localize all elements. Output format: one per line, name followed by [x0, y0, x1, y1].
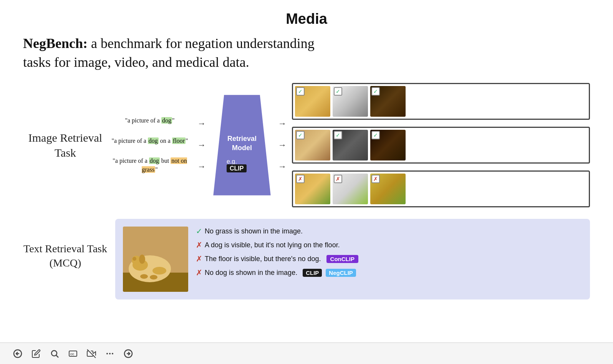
image-retrieval-diagram: Image Retrieval Task "a picture of a dog…	[23, 83, 590, 207]
search-button[interactable]	[48, 347, 61, 360]
model-label-line2: Model	[227, 144, 257, 152]
answer-text-3: The floor is visible, but there's no dog…	[205, 255, 321, 263]
answer-text-2: A dog is visible, but it's not lying on …	[205, 241, 340, 249]
arrow-3: →	[197, 162, 206, 172]
forward-arrow-icon	[124, 349, 133, 358]
svg-point-6	[133, 257, 136, 261]
highlight-floor: floor	[172, 137, 186, 144]
svg-point-10	[150, 275, 157, 280]
arrow-out-1: →	[278, 119, 287, 129]
search-icon	[50, 349, 59, 358]
text-retrieval-section: Text Retrieval Task (MCQ)	[23, 219, 590, 323]
svg-point-7	[139, 255, 145, 264]
image-row-1: ✓ ✓ ✓	[292, 83, 590, 120]
check-1-2: ✓	[334, 87, 342, 96]
img-cell-1-3: ✓	[370, 86, 406, 117]
page-container: Media NegBench: a benchmark for negation…	[0, 0, 613, 323]
cc-icon: CC	[68, 349, 78, 358]
img-cell-2-3: ✓	[370, 130, 406, 160]
img-cell-3-3: ✗	[370, 174, 406, 204]
highlight-dog-1: dog	[161, 117, 172, 124]
check-1-3: ✓	[371, 87, 380, 96]
text-retrieval-label-text: Text Retrieval Task (MCQ)	[23, 243, 107, 268]
cc-button[interactable]: CC	[67, 347, 79, 360]
image-row-2: ✓ ✓ ✓	[292, 127, 590, 164]
eg-text: e.g.	[227, 158, 237, 165]
check-2-3: ✓	[371, 131, 380, 139]
arrows-out: → → →	[273, 119, 292, 172]
img-cell-2-1: ✓	[295, 130, 330, 160]
clip-label-container: e.g. CLIP	[227, 158, 257, 172]
query-1: "a picture of a dog"	[108, 116, 192, 125]
answer-text-1: No grass is shown in the image.	[205, 227, 303, 235]
query-2: "a picture of a dog on a floor"	[108, 137, 192, 145]
svg-point-20	[112, 353, 113, 354]
svg-point-13	[51, 351, 57, 356]
pencil-button[interactable]	[30, 347, 42, 360]
clip-badge-mcq: CLIP	[303, 269, 322, 277]
model-label-line1: Retrieval	[227, 134, 257, 143]
headline: NegBench: a benchmark for negation under…	[23, 34, 323, 71]
img-cell-2-2: ✓	[333, 130, 368, 160]
arrow-2: →	[197, 140, 206, 150]
bottom-toolbar: CC	[0, 342, 613, 364]
img-cell-1-1: ✓	[295, 86, 330, 117]
highlight-not-grass: not on grass	[142, 157, 187, 172]
image-retrieval-label: Image Retrieval Task	[23, 130, 108, 160]
clip-badge: CLIP	[227, 164, 247, 172]
svg-point-9	[140, 274, 148, 279]
svg-text:CC: CC	[70, 353, 74, 356]
img-cell-1-2: ✓	[333, 86, 368, 117]
back-arrow-button[interactable]	[12, 347, 24, 360]
retrieval-model: Retrieval Model e.g. CLIP	[211, 91, 273, 199]
mark-4: ✗	[196, 268, 202, 277]
more-options-button[interactable]	[104, 347, 116, 360]
negclip-badge: NegCLIP	[326, 269, 356, 277]
mcq-answer-3: ✗ The floor is visible, but there's no d…	[196, 254, 582, 263]
mcq-box: ✓ No grass is shown in the image. ✗ A do…	[115, 219, 590, 299]
svg-point-8	[152, 267, 166, 275]
mcq-image	[123, 227, 188, 292]
check-3-2: ✗	[334, 175, 342, 183]
page-title: Media	[0, 0, 613, 34]
arrow-out-2: →	[278, 140, 287, 150]
camera-button[interactable]	[85, 347, 98, 360]
pencil-icon	[31, 349, 41, 358]
mark-2: ✗	[196, 240, 202, 250]
mark-3: ✗	[196, 254, 202, 263]
answer-text-4: No dog is shown in the image.	[205, 269, 297, 277]
headline-bold: NegBench:	[23, 36, 88, 51]
more-options-icon	[105, 349, 114, 358]
back-arrow-icon	[13, 349, 22, 358]
mcq-answer-1: ✓ No grass is shown in the image.	[196, 227, 582, 236]
check-3-1: ✗	[296, 175, 305, 183]
check-3-3: ✗	[371, 175, 380, 183]
highlight-dog-3: dog	[149, 157, 160, 164]
highlight-dog-2: dog	[148, 137, 159, 144]
camera-off-icon	[87, 349, 96, 358]
main-content: NegBench: a benchmark for negation under…	[0, 34, 613, 323]
query-3: "a picture of a dog but not on grass"	[108, 157, 192, 174]
arrow-1: →	[197, 119, 206, 129]
mcq-answer-2: ✗ A dog is visible, but it's not lying o…	[196, 240, 582, 250]
svg-line-14	[56, 355, 59, 357]
forward-arrow-button[interactable]	[122, 347, 134, 360]
mark-1: ✓	[196, 227, 202, 236]
arrow-out-3: →	[278, 162, 287, 172]
check-2-2: ✓	[334, 131, 342, 139]
queries-column: "a picture of a dog" "a picture of a dog…	[108, 116, 192, 174]
img-cell-3-2: ✗	[333, 174, 368, 204]
image-grids: ✓ ✓ ✓ ✓ ✓	[292, 83, 590, 207]
svg-point-18	[106, 353, 108, 354]
conclip-badge: ConCLIP	[326, 255, 358, 263]
arrows-in: → → →	[192, 119, 211, 172]
model-label: Retrieval Model	[227, 134, 257, 152]
check-1-1: ✓	[296, 87, 305, 96]
img-cell-3-1: ✗	[295, 174, 330, 204]
svg-point-19	[109, 353, 111, 354]
mcq-answer-4: ✗ No dog is shown in the image. CLIP Neg…	[196, 268, 582, 277]
mcq-answers: ✓ No grass is shown in the image. ✗ A do…	[196, 227, 582, 277]
image-row-3: ✗ ✗ ✗	[292, 170, 590, 207]
check-2-1: ✓	[296, 131, 305, 139]
mcq-dog-svg	[123, 227, 188, 292]
